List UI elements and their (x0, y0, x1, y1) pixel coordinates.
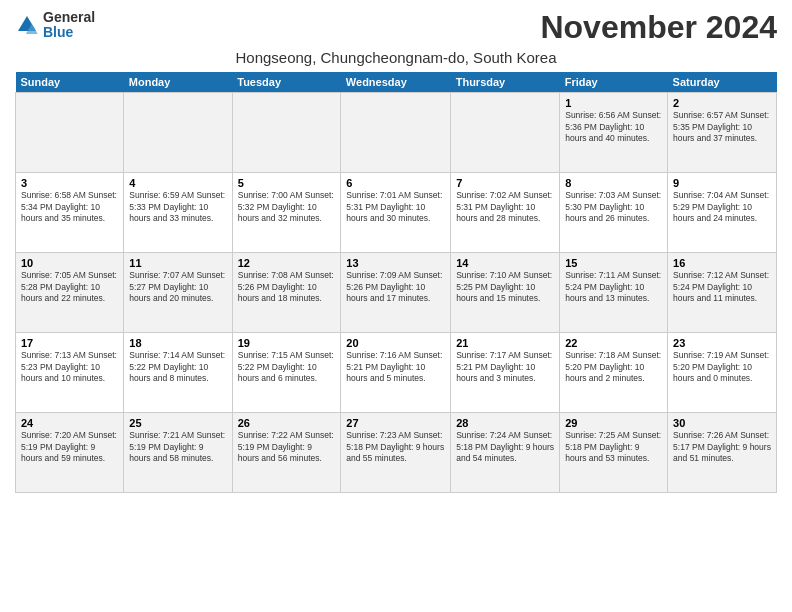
day-number-2-4: 14 (456, 257, 554, 269)
day-info-2-2: Sunrise: 7:08 AM Sunset: 5:26 PM Dayligh… (238, 270, 336, 304)
col-tuesday: Tuesday (232, 72, 341, 93)
cell-3-4: 21Sunrise: 7:17 AM Sunset: 5:21 PM Dayli… (451, 333, 560, 413)
day-info-1-1: Sunrise: 6:59 AM Sunset: 5:33 PM Dayligh… (129, 190, 226, 224)
cell-4-1: 25Sunrise: 7:21 AM Sunset: 5:19 PM Dayli… (124, 413, 232, 493)
day-number-2-1: 11 (129, 257, 226, 269)
day-number-2-5: 15 (565, 257, 662, 269)
day-info-0-5: Sunrise: 6:56 AM Sunset: 5:36 PM Dayligh… (565, 110, 662, 144)
day-info-3-4: Sunrise: 7:17 AM Sunset: 5:21 PM Dayligh… (456, 350, 554, 384)
logo: General Blue (15, 10, 95, 41)
day-number-2-2: 12 (238, 257, 336, 269)
day-info-4-1: Sunrise: 7:21 AM Sunset: 5:19 PM Dayligh… (129, 430, 226, 464)
day-info-3-6: Sunrise: 7:19 AM Sunset: 5:20 PM Dayligh… (673, 350, 771, 384)
cell-4-4: 28Sunrise: 7:24 AM Sunset: 5:18 PM Dayli… (451, 413, 560, 493)
week-row-1: 3Sunrise: 6:58 AM Sunset: 5:34 PM Daylig… (16, 173, 777, 253)
day-number-1-1: 4 (129, 177, 226, 189)
day-info-4-0: Sunrise: 7:20 AM Sunset: 5:19 PM Dayligh… (21, 430, 118, 464)
day-info-2-5: Sunrise: 7:11 AM Sunset: 5:24 PM Dayligh… (565, 270, 662, 304)
day-number-4-4: 28 (456, 417, 554, 429)
header-row: Sunday Monday Tuesday Wednesday Thursday… (16, 72, 777, 93)
cell-4-2: 26Sunrise: 7:22 AM Sunset: 5:19 PM Dayli… (232, 413, 341, 493)
cell-3-6: 23Sunrise: 7:19 AM Sunset: 5:20 PM Dayli… (668, 333, 777, 413)
cell-2-3: 13Sunrise: 7:09 AM Sunset: 5:26 PM Dayli… (341, 253, 451, 333)
col-monday: Monday (124, 72, 232, 93)
day-info-4-2: Sunrise: 7:22 AM Sunset: 5:19 PM Dayligh… (238, 430, 336, 464)
cell-1-0: 3Sunrise: 6:58 AM Sunset: 5:34 PM Daylig… (16, 173, 124, 253)
day-info-2-3: Sunrise: 7:09 AM Sunset: 5:26 PM Dayligh… (346, 270, 445, 304)
subtitle: Hongseong, Chungcheongnam-do, South Kore… (15, 49, 777, 66)
week-row-3: 17Sunrise: 7:13 AM Sunset: 5:23 PM Dayli… (16, 333, 777, 413)
logo-blue: Blue (43, 25, 95, 40)
week-row-0: 1Sunrise: 6:56 AM Sunset: 5:36 PM Daylig… (16, 93, 777, 173)
day-info-1-6: Sunrise: 7:04 AM Sunset: 5:29 PM Dayligh… (673, 190, 771, 224)
cell-4-3: 27Sunrise: 7:23 AM Sunset: 5:18 PM Dayli… (341, 413, 451, 493)
cell-1-5: 8Sunrise: 7:03 AM Sunset: 5:30 PM Daylig… (560, 173, 668, 253)
col-friday: Friday (560, 72, 668, 93)
day-number-1-4: 7 (456, 177, 554, 189)
col-thursday: Thursday (451, 72, 560, 93)
cell-4-0: 24Sunrise: 7:20 AM Sunset: 5:19 PM Dayli… (16, 413, 124, 493)
day-number-3-0: 17 (21, 337, 118, 349)
day-number-4-0: 24 (21, 417, 118, 429)
day-number-1-6: 9 (673, 177, 771, 189)
cell-3-2: 19Sunrise: 7:15 AM Sunset: 5:22 PM Dayli… (232, 333, 341, 413)
cell-4-6: 30Sunrise: 7:26 AM Sunset: 5:17 PM Dayli… (668, 413, 777, 493)
cell-2-5: 15Sunrise: 7:11 AM Sunset: 5:24 PM Dayli… (560, 253, 668, 333)
logo-general: General (43, 10, 95, 25)
day-info-3-0: Sunrise: 7:13 AM Sunset: 5:23 PM Dayligh… (21, 350, 118, 384)
cell-2-1: 11Sunrise: 7:07 AM Sunset: 5:27 PM Dayli… (124, 253, 232, 333)
cell-0-4 (451, 93, 560, 173)
day-number-4-5: 29 (565, 417, 662, 429)
day-info-4-4: Sunrise: 7:24 AM Sunset: 5:18 PM Dayligh… (456, 430, 554, 464)
day-info-2-1: Sunrise: 7:07 AM Sunset: 5:27 PM Dayligh… (129, 270, 226, 304)
day-info-1-5: Sunrise: 7:03 AM Sunset: 5:30 PM Dayligh… (565, 190, 662, 224)
day-number-1-5: 8 (565, 177, 662, 189)
day-number-2-3: 13 (346, 257, 445, 269)
logo-icon (15, 13, 39, 37)
day-number-3-1: 18 (129, 337, 226, 349)
cell-4-5: 29Sunrise: 7:25 AM Sunset: 5:18 PM Dayli… (560, 413, 668, 493)
main-container: General Blue November 2024 Hongseong, Ch… (0, 0, 792, 498)
week-row-2: 10Sunrise: 7:05 AM Sunset: 5:28 PM Dayli… (16, 253, 777, 333)
cell-0-2 (232, 93, 341, 173)
cell-1-2: 5Sunrise: 7:00 AM Sunset: 5:32 PM Daylig… (232, 173, 341, 253)
cell-3-5: 22Sunrise: 7:18 AM Sunset: 5:20 PM Dayli… (560, 333, 668, 413)
day-info-1-3: Sunrise: 7:01 AM Sunset: 5:31 PM Dayligh… (346, 190, 445, 224)
day-info-4-3: Sunrise: 7:23 AM Sunset: 5:18 PM Dayligh… (346, 430, 445, 464)
day-info-2-6: Sunrise: 7:12 AM Sunset: 5:24 PM Dayligh… (673, 270, 771, 304)
day-number-3-3: 20 (346, 337, 445, 349)
cell-0-6: 2Sunrise: 6:57 AM Sunset: 5:35 PM Daylig… (668, 93, 777, 173)
day-info-0-6: Sunrise: 6:57 AM Sunset: 5:35 PM Dayligh… (673, 110, 771, 144)
day-number-1-2: 5 (238, 177, 336, 189)
col-wednesday: Wednesday (341, 72, 451, 93)
cell-2-4: 14Sunrise: 7:10 AM Sunset: 5:25 PM Dayli… (451, 253, 560, 333)
col-sunday: Sunday (16, 72, 124, 93)
day-number-1-0: 3 (21, 177, 118, 189)
cell-2-6: 16Sunrise: 7:12 AM Sunset: 5:24 PM Dayli… (668, 253, 777, 333)
day-number-4-1: 25 (129, 417, 226, 429)
day-info-2-4: Sunrise: 7:10 AM Sunset: 5:25 PM Dayligh… (456, 270, 554, 304)
day-info-1-0: Sunrise: 6:58 AM Sunset: 5:34 PM Dayligh… (21, 190, 118, 224)
day-info-3-2: Sunrise: 7:15 AM Sunset: 5:22 PM Dayligh… (238, 350, 336, 384)
header: General Blue November 2024 (15, 10, 777, 45)
day-number-3-2: 19 (238, 337, 336, 349)
cell-1-4: 7Sunrise: 7:02 AM Sunset: 5:31 PM Daylig… (451, 173, 560, 253)
cell-3-1: 18Sunrise: 7:14 AM Sunset: 5:22 PM Dayli… (124, 333, 232, 413)
col-saturday: Saturday (668, 72, 777, 93)
day-number-2-0: 10 (21, 257, 118, 269)
month-title: November 2024 (540, 10, 777, 45)
day-info-4-6: Sunrise: 7:26 AM Sunset: 5:17 PM Dayligh… (673, 430, 771, 464)
day-info-3-5: Sunrise: 7:18 AM Sunset: 5:20 PM Dayligh… (565, 350, 662, 384)
day-info-1-4: Sunrise: 7:02 AM Sunset: 5:31 PM Dayligh… (456, 190, 554, 224)
day-number-0-6: 2 (673, 97, 771, 109)
day-number-3-5: 22 (565, 337, 662, 349)
logo-text: General Blue (43, 10, 95, 41)
day-info-4-5: Sunrise: 7:25 AM Sunset: 5:18 PM Dayligh… (565, 430, 662, 464)
week-row-4: 24Sunrise: 7:20 AM Sunset: 5:19 PM Dayli… (16, 413, 777, 493)
cell-3-0: 17Sunrise: 7:13 AM Sunset: 5:23 PM Dayli… (16, 333, 124, 413)
day-number-3-6: 23 (673, 337, 771, 349)
title-section: November 2024 (540, 10, 777, 45)
cell-1-1: 4Sunrise: 6:59 AM Sunset: 5:33 PM Daylig… (124, 173, 232, 253)
day-number-3-4: 21 (456, 337, 554, 349)
day-number-1-3: 6 (346, 177, 445, 189)
